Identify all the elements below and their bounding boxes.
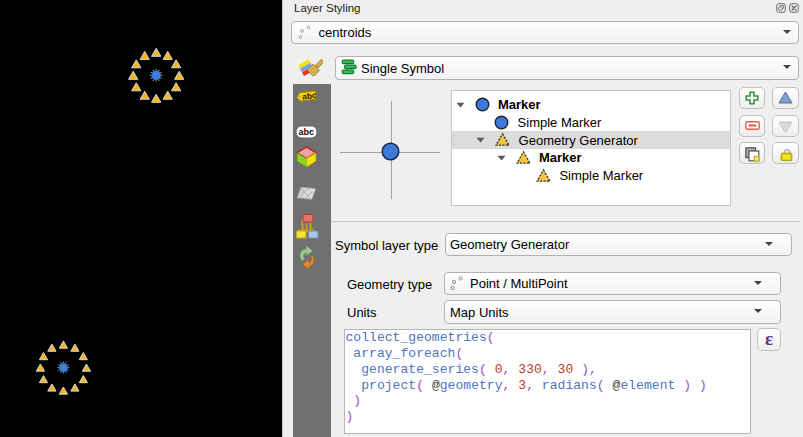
svg-text:abc: abc [299, 127, 315, 137]
svg-text:abc: abc [301, 90, 317, 102]
